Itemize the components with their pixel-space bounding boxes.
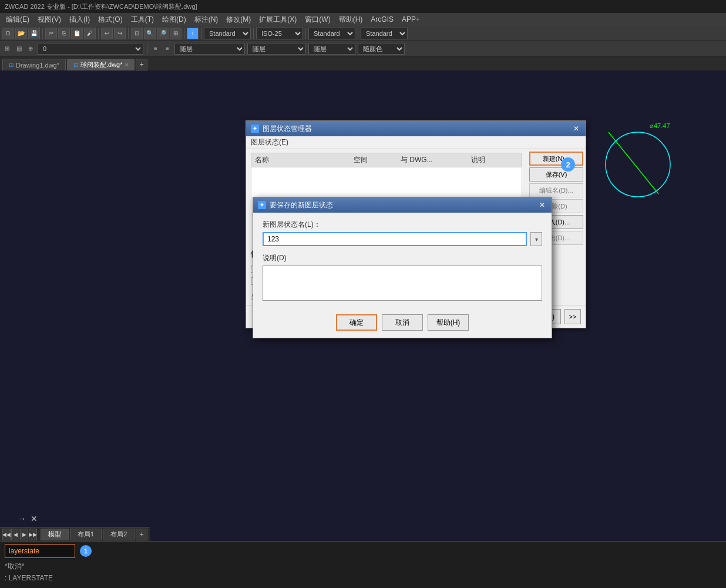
- cancel-btn[interactable]: 取消: [382, 314, 423, 331]
- svg-point-0: [606, 132, 670, 197]
- nav-arrows: ◀◀ ◀ ▶ ▶▶: [2, 529, 37, 540]
- tb-paste[interactable]: 📋: [71, 28, 83, 39]
- edit-name-btn[interactable]: 编辑名(D)...: [529, 183, 583, 197]
- bottom-tabs: ◀◀ ◀ ▶ ▶▶ 模型 布局1 布局2 +: [0, 527, 150, 541]
- nav-left[interactable]: ◀: [11, 529, 19, 540]
- arrow-right: →: [18, 514, 26, 523]
- layer-state-name-input[interactable]: [263, 232, 527, 246]
- tb-undo[interactable]: ↩: [101, 28, 113, 39]
- tab-icon-ball-valve: ⊡: [73, 62, 78, 68]
- tb-open[interactable]: 📂: [15, 28, 27, 39]
- tb-new[interactable]: 🗋: [2, 28, 14, 39]
- sep8: [358, 28, 358, 39]
- tab-add[interactable]: +: [136, 59, 147, 70]
- nav-right-most[interactable]: ▶▶: [29, 529, 37, 540]
- sep7: [305, 28, 306, 39]
- menu-arcgis[interactable]: ArcGIS: [367, 14, 397, 25]
- menu-format[interactable]: 格式(O): [95, 14, 126, 26]
- layer-icon2: ▤: [14, 44, 23, 53]
- tab-layout1[interactable]: 布局1: [70, 529, 102, 540]
- cross-x: ✕: [31, 514, 38, 523]
- name-label: 新图层状态名(L)：: [263, 220, 542, 230]
- layer-manager-title-icon: ✦: [251, 125, 259, 133]
- tb-format-paint[interactable]: 🖌: [84, 28, 96, 39]
- layer-bar: ⊞ ▤ ⊕ 0 ≡ ≡ 随层 随层 随层 随颜色: [0, 41, 726, 56]
- menu-view[interactable]: 视图(V): [34, 14, 65, 26]
- table-header: 名称 空间 与 DWG... 说明: [251, 153, 522, 167]
- desc-textarea[interactable]: [263, 266, 542, 301]
- tb-snap[interactable]: ⊡: [131, 28, 143, 39]
- layer-manager-titlebar: ✦ 图层状态管理器 ✕: [246, 121, 586, 136]
- tb-zoom-in[interactable]: 🔍: [144, 28, 156, 39]
- cmd-area: layerstate 1 *取消* : LAYERSTATE: [0, 541, 726, 588]
- col-desc: 说明: [471, 155, 518, 165]
- sep2: [98, 28, 99, 39]
- tb-redo[interactable]: ↪: [114, 28, 126, 39]
- tb-zoom-out[interactable]: 🔎: [157, 28, 169, 39]
- tb-info[interactable]: i: [187, 28, 199, 39]
- nav-right[interactable]: ▶: [20, 529, 28, 540]
- cmd-input-display[interactable]: layerstate: [5, 544, 75, 558]
- menu-ext-tools[interactable]: 扩展工具(X): [256, 14, 300, 26]
- title-text: ZWCAD 2022 专业版 - [D:\工作资料\ZWCAD\DEMO\球阀装…: [5, 2, 197, 11]
- sep5: [201, 28, 201, 39]
- cmd-badge-1: 1: [80, 545, 92, 557]
- layer-plot-select[interactable]: 随层: [308, 43, 355, 55]
- sep6: [253, 28, 254, 39]
- layer-linetype-select[interactable]: 随层: [174, 43, 245, 55]
- svg-line-1: [609, 132, 658, 194]
- style-dropdown-4[interactable]: Standard: [361, 28, 408, 39]
- layer-icon4: ≡: [151, 44, 160, 53]
- layer-icon: ⊞: [2, 44, 12, 53]
- layer-manager-close[interactable]: ✕: [572, 124, 581, 133]
- tab-ball-valve[interactable]: ⊡ 球阀装配.dwg* ×: [67, 59, 135, 70]
- sep1: [42, 28, 43, 39]
- desc-label: 说明(D): [263, 253, 542, 263]
- new-layer-state-btn[interactable]: 新建(N)...: [529, 152, 583, 166]
- layer-state-menu[interactable]: 图层状态(E): [251, 138, 288, 146]
- menu-app-plus[interactable]: APP+: [398, 14, 424, 25]
- col-dwg: 与 DWG...: [401, 155, 471, 165]
- tb-zoom-ext[interactable]: ⊞: [170, 28, 182, 39]
- tab-layout2[interactable]: 布局2: [103, 529, 135, 540]
- tab-bar: ⊡ Drawing1.dwg* ⊡ 球阀装配.dwg* × +: [0, 56, 726, 70]
- menu-help[interactable]: 帮助(H): [335, 14, 367, 26]
- style-dropdown-1[interactable]: Standard: [204, 28, 251, 39]
- save-layer-state-btn[interactable]: 保存(V): [529, 167, 583, 182]
- tab-model[interactable]: 模型: [41, 529, 69, 540]
- menu-modify[interactable]: 修改(M): [223, 14, 254, 26]
- confirm-btn[interactable]: 确定: [336, 314, 377, 331]
- menu-window[interactable]: 窗口(W): [301, 14, 334, 26]
- name-dropdown-btn[interactable]: ▾: [530, 232, 542, 246]
- save-state-dialog: ✦ 要保存的新图层状态 ✕ 新图层状态名(L)： ▾ 说明(D) 确定 取消 帮…: [253, 197, 552, 338]
- toolbar-1: 🗋 📂 💾 ✂ ⎘ 📋 🖌 ↩ ↪ ⊡ 🔍 🔎 ⊞ i Standard ISO…: [0, 26, 726, 41]
- tab-add-layout[interactable]: +: [136, 529, 147, 540]
- nav-left-most[interactable]: ◀◀: [2, 529, 11, 540]
- cmd-input-row: layerstate 1: [0, 542, 726, 560]
- tb-cut[interactable]: ✂: [45, 28, 57, 39]
- menu-insert[interactable]: 插入(I): [66, 14, 93, 26]
- tab-drawing1[interactable]: ⊡ Drawing1.dwg*: [2, 59, 66, 70]
- tab-label-drawing1: Drawing1.dwg*: [16, 62, 59, 69]
- tab-close-ball-valve[interactable]: ×: [125, 62, 129, 68]
- menu-draw[interactable]: 绘图(D): [159, 14, 190, 26]
- layer-icon5: ≡: [163, 44, 172, 53]
- col-name: 名称: [255, 155, 354, 165]
- col-space: 空间: [354, 155, 401, 165]
- layer-manager-menubar: 图层状态(E): [246, 136, 586, 149]
- layer-name-select[interactable]: 0: [38, 43, 143, 55]
- tb-copy[interactable]: ⎘: [58, 28, 70, 39]
- save-state-close[interactable]: ✕: [537, 200, 547, 210]
- layer-manager-title: 图层状态管理器: [263, 124, 312, 134]
- sep3: [128, 28, 129, 39]
- more-btn[interactable]: >>: [564, 309, 581, 324]
- menu-edit[interactable]: 编辑(E): [2, 14, 33, 26]
- layer-color-select[interactable]: 随颜色: [358, 43, 405, 55]
- layer-lineweight-select[interactable]: 随层: [247, 43, 306, 55]
- menu-tools[interactable]: 工具(T): [127, 14, 157, 26]
- tb-save[interactable]: 💾: [28, 28, 40, 39]
- style-dropdown-3[interactable]: Standard: [308, 28, 355, 39]
- menu-annotate[interactable]: 标注(N): [191, 14, 222, 26]
- help-inner-btn[interactable]: 帮助(H): [428, 314, 469, 331]
- style-dropdown-2[interactable]: ISO-25: [256, 28, 303, 39]
